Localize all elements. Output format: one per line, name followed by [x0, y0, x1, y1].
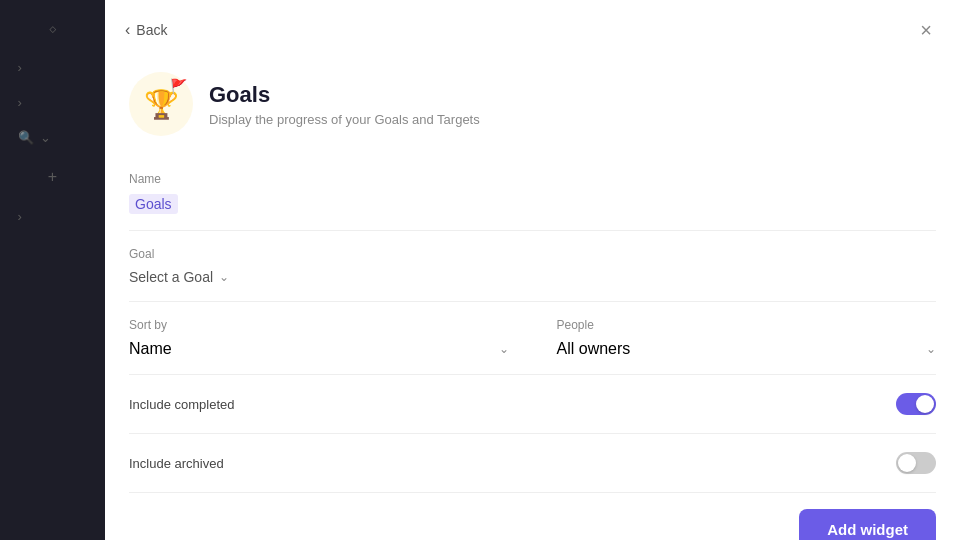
widget-text: Goals Display the progress of your Goals… [209, 82, 480, 127]
goal-select-button[interactable]: Select a Goal ⌄ [129, 269, 229, 285]
widget-info: 🏆 🚩 Goals Display the progress of your G… [105, 56, 960, 156]
add-widget-button[interactable]: Add widget [799, 509, 936, 540]
widget-icon-wrapper: 🏆 🚩 [129, 72, 193, 136]
sort-value: Name [129, 340, 172, 358]
widget-title: Goals [209, 82, 480, 108]
goal-field-group: Goal Select a Goal ⌄ [129, 231, 936, 302]
toggle-slider-archived [896, 452, 936, 474]
sort-chevron-icon: ⌄ [499, 342, 509, 356]
modal-body: Name Goals Goal Select a Goal ⌄ Sort by … [105, 156, 960, 493]
modal-header: ‹ Back × [105, 0, 960, 56]
back-button[interactable]: ‹ Back [125, 21, 167, 39]
goals-modal: ‹ Back × 🏆 🚩 Goals Display the progress … [105, 0, 960, 540]
widget-description: Display the progress of your Goals and T… [209, 112, 480, 127]
modal-footer: Add widget [105, 493, 960, 540]
people-value: All owners [557, 340, 631, 358]
include-completed-toggle[interactable] [896, 393, 936, 415]
close-button[interactable]: × [916, 16, 936, 44]
close-icon: × [920, 19, 932, 41]
name-value[interactable]: Goals [129, 194, 178, 214]
goal-select-value: Select a Goal [129, 269, 213, 285]
goal-chevron-icon: ⌄ [219, 270, 229, 284]
name-label: Name [129, 172, 936, 186]
people-label: People [557, 318, 937, 332]
people-chevron-icon: ⌄ [926, 342, 936, 356]
include-completed-row: Include completed [129, 375, 936, 434]
back-label: Back [136, 22, 167, 38]
toggle-slider-completed [896, 393, 936, 415]
sort-label: Sort by [129, 318, 509, 332]
name-field-group: Name Goals [129, 156, 936, 231]
sort-people-row: Sort by Name ⌄ People All owners ⌄ [129, 302, 936, 375]
people-col: People All owners ⌄ [525, 318, 937, 358]
sort-col: Sort by Name ⌄ [129, 318, 525, 358]
include-archived-label: Include archived [129, 456, 224, 471]
sort-select-row[interactable]: Name ⌄ [129, 340, 509, 358]
include-archived-row: Include archived [129, 434, 936, 493]
flag-badge-icon: 🚩 [170, 78, 187, 94]
include-completed-label: Include completed [129, 397, 235, 412]
goal-label: Goal [129, 247, 936, 261]
back-arrow-icon: ‹ [125, 21, 130, 39]
people-select-row[interactable]: All owners ⌄ [557, 340, 937, 358]
include-archived-toggle[interactable] [896, 452, 936, 474]
